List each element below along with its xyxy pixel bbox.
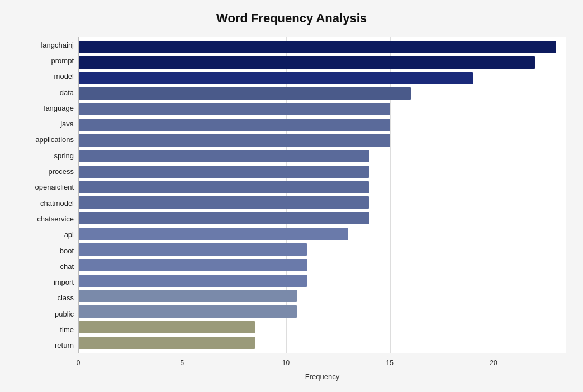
y-label-chatservice: chatservice xyxy=(17,215,74,223)
bar-model xyxy=(79,72,473,84)
bar-row xyxy=(79,70,566,86)
bar-public xyxy=(79,305,297,318)
y-label-openaiclient: openaiclient xyxy=(17,183,74,191)
bar-row xyxy=(79,55,566,70)
x-tick: 0 xyxy=(77,359,80,367)
y-label-spring: spring xyxy=(17,152,74,159)
bar-java xyxy=(79,119,390,131)
x-tick: 10 xyxy=(282,359,290,367)
bar-row xyxy=(79,180,566,195)
x-axis: 05101520 Frequency xyxy=(78,359,566,381)
bar-row xyxy=(79,304,566,319)
y-label-data: data xyxy=(17,89,74,96)
y-label-applications: applications xyxy=(17,136,74,143)
bar-language xyxy=(79,103,390,115)
bar-api xyxy=(79,228,348,240)
y-label-class: class xyxy=(17,294,74,301)
bar-chatmodel xyxy=(79,196,369,209)
bar-chat xyxy=(79,259,307,271)
bar-row xyxy=(79,257,566,273)
y-label-process: process xyxy=(17,168,74,175)
x-tick: 15 xyxy=(386,359,394,367)
y-label-chatmodel: chatmodel xyxy=(17,200,74,207)
bar-openaiclient xyxy=(79,181,369,193)
bar-row xyxy=(79,101,566,117)
bar-spring xyxy=(79,150,369,162)
bar-row xyxy=(79,289,566,304)
bar-row xyxy=(79,273,566,289)
bar-row xyxy=(79,164,566,180)
bar-row xyxy=(79,210,566,226)
bar-row xyxy=(79,242,566,257)
x-tick: 5 xyxy=(180,359,184,367)
y-label-public: public xyxy=(17,310,74,318)
y-label-language: language xyxy=(17,105,74,112)
chart-title: Word Frequency Analysis xyxy=(17,11,566,26)
bar-langchainj xyxy=(79,41,556,53)
bar-chatservice xyxy=(79,212,369,224)
bar-row xyxy=(79,319,566,335)
y-label-chat: chat xyxy=(17,263,74,270)
x-axis-label: Frequency xyxy=(78,372,566,381)
bar-import xyxy=(79,275,307,287)
chart-container: Word Frequency Analysis langchainjprompt… xyxy=(0,0,583,392)
bar-boot xyxy=(79,243,307,256)
bar-class xyxy=(79,290,297,302)
x-tick: 20 xyxy=(490,359,497,367)
bar-row xyxy=(79,86,566,102)
bar-applications xyxy=(79,134,390,147)
y-axis: langchainjpromptmodeldatalanguagejavaapp… xyxy=(17,37,78,353)
bar-prompt xyxy=(79,56,535,69)
y-label-model: model xyxy=(17,73,74,80)
bar-return xyxy=(79,337,255,349)
y-label-api: api xyxy=(17,231,74,238)
y-label-prompt: prompt xyxy=(17,57,74,64)
bar-row xyxy=(79,226,566,242)
y-label-boot: boot xyxy=(17,247,74,254)
y-label-return: return xyxy=(17,342,74,349)
bar-row xyxy=(79,148,566,164)
bar-row xyxy=(79,195,566,210)
bar-process xyxy=(79,166,369,178)
y-label-time: time xyxy=(17,326,74,333)
bar-data xyxy=(79,87,411,100)
bar-row xyxy=(79,335,566,351)
y-label-import: import xyxy=(17,278,74,286)
bar-time xyxy=(79,321,255,333)
y-label-java: java xyxy=(17,120,74,127)
bar-row xyxy=(79,117,566,133)
y-label-langchainj: langchainj xyxy=(17,41,74,49)
bar-row xyxy=(79,39,566,55)
bar-row xyxy=(79,133,566,148)
